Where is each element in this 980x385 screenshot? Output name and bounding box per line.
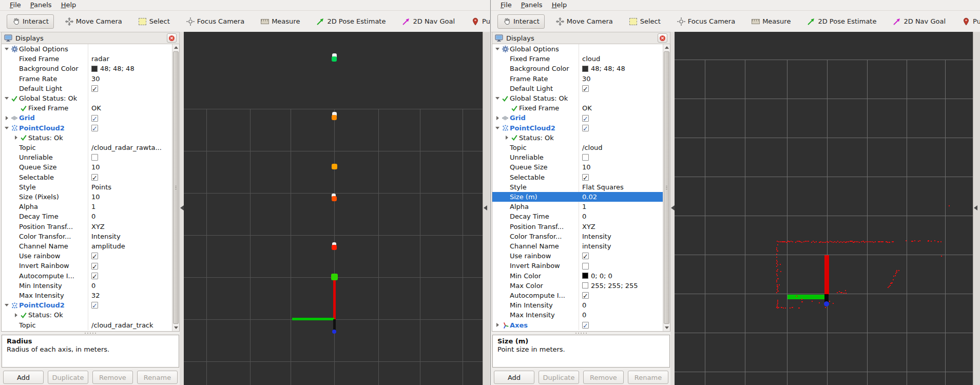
expander-icon[interactable] <box>494 123 501 133</box>
tree-row[interactable]: Min Color0; 0; 0 <box>492 271 663 281</box>
remove-button[interactable]: Remove <box>583 371 624 384</box>
tree-row[interactable]: Channel Nameamplitude <box>2 241 172 251</box>
checkbox[interactable]: ✓ <box>582 292 589 299</box>
property-value[interactable]: /cloud_radar_track <box>91 320 153 330</box>
tree-row[interactable]: Grid✓ <box>2 113 172 123</box>
checkbox[interactable] <box>582 263 589 270</box>
tool-focus-camera[interactable]: Focus Camera <box>672 14 740 29</box>
tree-row[interactable]: Frame Rate30 <box>2 74 172 84</box>
tree-row[interactable]: Topic/cloud_radar_track <box>2 320 172 330</box>
checkbox[interactable]: ✓ <box>91 115 98 122</box>
tree-row[interactable]: Autocompute I...✓ <box>492 291 663 300</box>
viewport-3d[interactable] <box>184 32 483 385</box>
panel-viewport-splitter[interactable] <box>670 32 675 385</box>
property-value[interactable]: 32 <box>91 291 100 300</box>
expander-icon[interactable] <box>494 44 501 54</box>
collapse-left-icon[interactable] <box>671 205 675 210</box>
property-value[interactable]: 0 <box>582 211 586 221</box>
rename-button[interactable]: Rename <box>137 371 178 384</box>
color-swatch[interactable] <box>582 273 588 279</box>
scrollbar-thumb[interactable] <box>664 51 669 324</box>
checkbox[interactable]: ✓ <box>582 125 589 131</box>
scroll-up-button[interactable] <box>172 44 179 51</box>
tree-row[interactable]: PointCloud2✓ <box>2 123 172 133</box>
property-value[interactable]: 0 <box>582 310 586 320</box>
tree-row[interactable]: Status: Ok <box>2 133 172 143</box>
checkbox[interactable] <box>582 154 589 161</box>
property-value[interactable]: 0 <box>91 211 95 221</box>
expander-icon[interactable] <box>4 300 10 310</box>
tree-row[interactable]: Global Options <box>2 44 172 54</box>
menu-help[interactable]: Help <box>56 0 81 10</box>
viewport-3d[interactable] <box>675 32 974 385</box>
tree-row[interactable]: Unreliable <box>492 152 663 162</box>
property-value[interactable]: OK <box>582 103 592 113</box>
property-value[interactable]: 30 <box>582 74 591 84</box>
tree-row[interactable]: Color Transfor...Intensity <box>2 232 172 241</box>
duplicate-button[interactable]: Duplicate <box>539 371 579 384</box>
checkbox[interactable]: ✓ <box>582 174 589 181</box>
property-value[interactable]: 30 <box>91 74 100 84</box>
expander-icon[interactable] <box>4 93 10 103</box>
tree-row[interactable]: StyleFlat Squares <box>492 182 663 192</box>
tree-row[interactable]: Topic/cloud_radar_rawta... <box>2 143 172 152</box>
rename-button[interactable]: Rename <box>628 371 668 384</box>
scrollbar-thumb[interactable] <box>173 51 179 324</box>
expander-icon[interactable] <box>494 320 501 330</box>
tree-row[interactable]: Background Color48; 48; 48 <box>492 64 663 73</box>
tree-row[interactable]: Position Transf...XYZ <box>492 222 663 232</box>
tool-2d-nav-goal[interactable]: 2D Nav Goal <box>888 14 951 29</box>
property-value[interactable]: 0.02 <box>582 192 597 202</box>
tree-row[interactable]: StylePoints <box>2 182 172 192</box>
tool-interact[interactable]: Interact <box>7 14 54 29</box>
tree-row[interactable]: Max Intensity32 <box>2 291 172 300</box>
tree-row[interactable]: Decay Time0 <box>2 211 172 221</box>
tool-2d-nav-goal[interactable]: 2D Nav Goal <box>397 14 460 29</box>
color-value[interactable]: 48; 48; 48 <box>100 64 134 73</box>
expand-left-icon[interactable] <box>484 205 487 210</box>
tool-2d-pose-estimate[interactable]: 2D Pose Estimate <box>311 14 391 29</box>
panel-close-button[interactable]: × <box>167 33 177 43</box>
menu-file[interactable]: File <box>496 0 516 10</box>
tree-row[interactable]: Alpha1 <box>2 202 172 211</box>
checkbox[interactable]: ✓ <box>91 263 98 270</box>
tree-row[interactable]: Grid✓ <box>492 113 663 123</box>
tree-row[interactable]: Use rainbow✓ <box>2 251 172 261</box>
tree-row[interactable]: Invert Rainbow <box>492 261 663 271</box>
expander-icon[interactable] <box>494 93 501 103</box>
tool-select[interactable]: Select <box>133 14 175 29</box>
color-swatch[interactable] <box>91 66 98 72</box>
add-button[interactable]: Add <box>3 371 44 384</box>
property-value[interactable]: amplitude <box>91 241 125 251</box>
tree-row[interactable]: Axes✓ <box>492 320 663 330</box>
tree-row[interactable]: Channel Nameintensity <box>492 241 663 251</box>
color-swatch[interactable] <box>582 282 588 288</box>
tree-row[interactable]: Frame Rate30 <box>492 74 663 84</box>
expander-icon[interactable] <box>4 44 10 54</box>
tree-row[interactable]: Use rainbow✓ <box>492 251 663 261</box>
tree-row[interactable]: Status: Ok <box>2 310 172 320</box>
property-value[interactable]: 10 <box>91 192 100 202</box>
checkbox[interactable]: ✓ <box>91 302 98 309</box>
tool-move-camera[interactable]: Move Camera <box>551 14 618 29</box>
tool-select[interactable]: Select <box>624 14 666 29</box>
tool-move-camera[interactable]: Move Camera <box>60 14 127 29</box>
checkbox[interactable]: ✓ <box>91 125 98 131</box>
tree-row[interactable]: Size (m)0.02 <box>492 192 663 202</box>
tree-row[interactable]: Max Intensity0 <box>492 310 663 320</box>
property-value[interactable]: intensity <box>582 241 611 251</box>
tree-row[interactable]: Decay Time0 <box>492 211 663 221</box>
property-value[interactable]: Flat Squares <box>582 182 624 192</box>
expander-icon[interactable] <box>504 133 510 143</box>
tree-row[interactable]: Selectable✓ <box>2 172 172 182</box>
right-panel-collapsed-strip[interactable] <box>973 32 980 385</box>
checkbox[interactable]: ✓ <box>582 115 589 122</box>
tree-row[interactable]: Color Transfor...Intensity <box>492 232 663 241</box>
collapse-left-icon[interactable] <box>180 205 184 210</box>
property-value[interactable]: Intensity <box>91 232 121 241</box>
right-panel-collapsed-strip[interactable] <box>483 32 490 385</box>
tree-row[interactable]: Background Color48; 48; 48 <box>2 64 172 73</box>
tree-row[interactable]: Global Options <box>492 44 663 54</box>
tool-interact[interactable]: Interact <box>497 14 545 29</box>
expander-icon[interactable] <box>494 113 501 123</box>
